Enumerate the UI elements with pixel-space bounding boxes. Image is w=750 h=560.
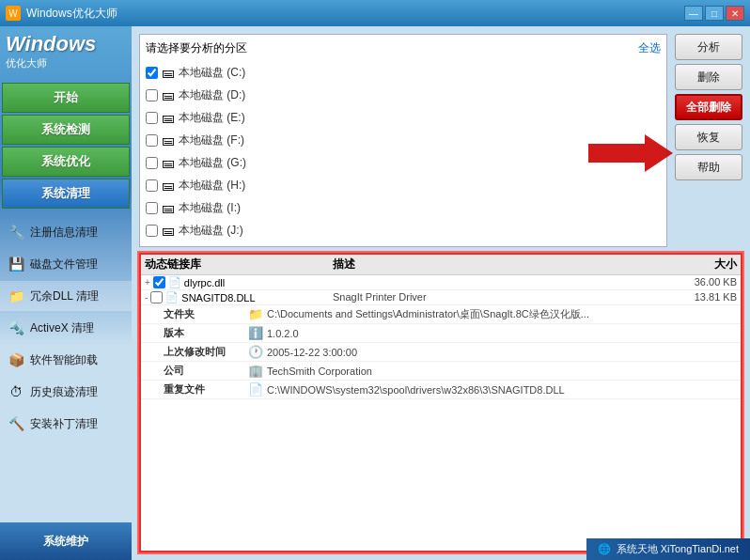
- detail-value-modified: 🕐 2005-12-22 3:00:00: [248, 345, 357, 359]
- delete-all-button[interactable]: 全部删除: [675, 94, 742, 120]
- partition-checkbox-d[interactable]: [146, 89, 158, 101]
- button-panel: 分析 删除 全部删除 恢复 帮助: [675, 34, 742, 247]
- dll-table-header: 动态链接库 描述 大小: [141, 255, 741, 275]
- dll-col-desc-header: 描述: [333, 257, 662, 272]
- disk-icon-d: 🖴: [162, 87, 175, 102]
- partition-checkbox-h[interactable]: [146, 179, 158, 192]
- partition-label-i: 本地磁盘 (I:): [179, 200, 241, 216]
- sidebar-item-registry-label: 注册信息清理: [30, 225, 98, 241]
- detail-text-folder: C:\Documents and Settings\Administrator\…: [267, 307, 589, 321]
- dll-desc-2: SnagIt Printer Driver: [333, 291, 662, 303]
- sidebar-item-uninstall[interactable]: 📦 软件智能卸载: [0, 345, 132, 375]
- dll-checkbox-2[interactable]: [150, 291, 163, 303]
- disk-icon-j: 🖴: [162, 223, 175, 238]
- sidebar-menu-items: 🔧 注册信息清理 💾 磁盘文件管理 📁 冗余DLL 清理 🔩 ActiveX 清…: [0, 217, 132, 439]
- detail-label-version: 版本: [164, 326, 248, 340]
- partition-label-d: 本地磁盘 (D:): [179, 87, 245, 103]
- partition-checkbox-i[interactable]: [146, 202, 158, 214]
- sidebar-item-activex-label: ActiveX 清理: [30, 320, 94, 336]
- sidebar-item-disk-label: 磁盘文件管理: [30, 257, 98, 272]
- delete-button[interactable]: 删除: [675, 64, 742, 90]
- detail-text-modified: 2005-12-22 3:00:00: [267, 347, 357, 358]
- disk-icon-c: 🖴: [162, 65, 175, 80]
- sidebar-item-history[interactable]: ⏱ 历史痕迹清理: [0, 377, 132, 407]
- detail-text-version: 1.0.2.0: [267, 328, 299, 339]
- sidebar-btn-optimize[interactable]: 系统优化: [2, 147, 130, 177]
- dll-name-cell-1: + 📄 dlyrpc.dll: [145, 276, 333, 288]
- watermark-text: 系统天地 XiTongTianDi.net: [617, 542, 739, 556]
- watermark-bar: 🌐 系统天地 XiTongTianDi.net: [586, 538, 750, 560]
- detail-row-modified: 上次修改时间 🕐 2005-12-22 3:00:00: [141, 343, 741, 362]
- disk-icon-h: 🖴: [162, 178, 175, 193]
- help-button[interactable]: 帮助: [675, 154, 742, 180]
- maximize-button[interactable]: □: [705, 6, 724, 21]
- partition-row-g: 🖴 本地磁盘 (G:): [146, 152, 661, 173]
- detail-text-duplicate: C:\WINDOWS\system32\spool\drivers\w32x86…: [267, 384, 565, 396]
- dll-icon: 📁: [6, 286, 26, 306]
- partition-label-h: 本地磁盘 (H:): [179, 178, 245, 194]
- dll-row-2[interactable]: - 📄 SNAGITD8.DLL SnagIt Printer Driver 1…: [141, 290, 741, 305]
- duplicate-icon: 📄: [248, 382, 263, 397]
- detail-label-modified: 上次修改时间: [164, 345, 248, 359]
- disk-icon: 💾: [6, 254, 26, 274]
- titlebar: W Windows优化大师 — □ ✕: [0, 0, 750, 26]
- sidebar-item-registry[interactable]: 🔧 注册信息清理: [0, 217, 132, 247]
- dll-col-size-header: 大小: [662, 257, 737, 272]
- main-container: Windows 优化大师 开始 系统检测 系统优化 系统清理 🔧 注册信息清理 …: [0, 26, 750, 560]
- dll-size-2: 13.81 KB: [662, 291, 737, 303]
- partition-row-j: 🖴 本地磁盘 (J:): [146, 220, 661, 241]
- partition-checkbox-j[interactable]: [146, 225, 158, 237]
- sidebar-btn-clean[interactable]: 系统清理: [2, 179, 130, 209]
- partition-row-h: 🖴 本地磁盘 (H:): [146, 175, 661, 195]
- app-title: Windows优化大师: [26, 6, 684, 22]
- info-icon: ℹ️: [248, 326, 263, 340]
- dll-file-icon-1: 📄: [168, 276, 181, 288]
- partition-checkbox-f[interactable]: [146, 134, 158, 147]
- dll-panel: 动态链接库 描述 大小 + 📄 dlyrpc.dll 36.00 KB: [139, 253, 742, 552]
- dll-checkbox-1[interactable]: [153, 276, 165, 288]
- close-button[interactable]: ✕: [726, 6, 744, 21]
- activex-icon: 🔩: [6, 318, 26, 338]
- clock-icon: 🕐: [248, 345, 263, 359]
- app-icon: W: [6, 6, 21, 21]
- sidebar-item-uninstall-label: 软件智能卸载: [30, 352, 98, 368]
- history-icon: ⏱: [6, 381, 26, 402]
- partition-label-g: 本地磁盘 (G:): [179, 155, 246, 171]
- logo-windows-text: Windows: [6, 34, 96, 54]
- restore-button[interactable]: 恢复: [675, 124, 742, 150]
- partition-row-e: 🖴 本地磁盘 (E:): [146, 107, 661, 128]
- detail-label-company: 公司: [164, 364, 248, 378]
- dll-row-1[interactable]: + 📄 dlyrpc.dll 36.00 KB: [141, 275, 741, 290]
- partition-label-c: 本地磁盘 (C:): [179, 65, 245, 81]
- folder-icon: 📁: [248, 307, 263, 321]
- partition-list: 🖴 本地磁盘 (C:) 🖴 本地磁盘 (D:) 🖴 本地磁盘 (E:): [146, 62, 661, 241]
- uninstall-icon: 📦: [6, 350, 26, 370]
- detail-row-version: 版本 ℹ️ 1.0.2.0: [141, 324, 741, 343]
- top-section: 请选择要分析的分区 全选 🖴 本地磁盘 (C:) 🖴 本地磁盘 (D:): [139, 34, 742, 247]
- detail-value-version: ℹ️ 1.0.2.0: [248, 326, 299, 340]
- partition-section-label: 请选择要分析的分区: [146, 40, 247, 56]
- partition-label-j: 本地磁盘 (J:): [179, 223, 243, 239]
- partition-row-f: 🖴 本地磁盘 (F:): [146, 130, 661, 150]
- sidebar-btn-detect[interactable]: 系统检测: [2, 115, 130, 145]
- window-controls: — □ ✕: [684, 6, 744, 21]
- partition-checkbox-c[interactable]: [146, 67, 158, 79]
- partition-checkbox-e[interactable]: [146, 112, 158, 124]
- sidebar-btn-start[interactable]: 开始: [2, 83, 130, 113]
- sidebar-item-activex[interactable]: 🔩 ActiveX 清理: [0, 313, 132, 343]
- sidebar-item-history-label: 历史痕迹清理: [30, 384, 98, 400]
- partition-panel: 请选择要分析的分区 全选 🖴 本地磁盘 (C:) 🖴 本地磁盘 (D:): [139, 34, 667, 247]
- select-all-link[interactable]: 全选: [638, 40, 661, 56]
- analyze-button[interactable]: 分析: [675, 34, 742, 60]
- minimize-button[interactable]: —: [684, 6, 703, 21]
- sidebar-item-dll[interactable]: 📁 冗余DLL 清理: [0, 281, 132, 311]
- dll-file-icon-2: 📄: [165, 291, 179, 303]
- detail-row-company: 公司 🏢 TechSmith Corporation: [141, 362, 741, 381]
- partition-label-e: 本地磁盘 (E:): [179, 110, 245, 126]
- sidebar-item-patch[interactable]: 🔨 安装补丁清理: [0, 409, 132, 439]
- expand-icon-2: -: [145, 292, 148, 303]
- partition-row-c: 🖴 本地磁盘 (C:): [146, 62, 661, 83]
- sidebar-item-disk[interactable]: 💾 磁盘文件管理: [0, 249, 132, 279]
- partition-checkbox-g[interactable]: [146, 157, 158, 169]
- dll-size-1: 36.00 KB: [662, 276, 737, 288]
